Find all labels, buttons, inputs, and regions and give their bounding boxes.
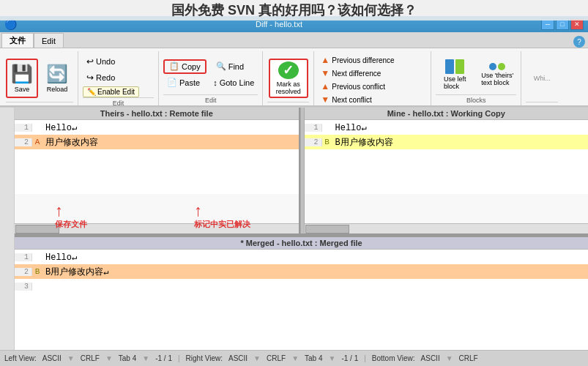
left-strip (0, 108, 15, 362)
next-diff-icon: ▼ (321, 68, 330, 78)
prev-diff-button[interactable]: ▲ Previous difference (319, 54, 396, 66)
right-scroll[interactable] (305, 223, 589, 234)
help-button[interactable]: ? (573, 36, 585, 48)
save-icon: 💾 (11, 64, 33, 84)
mark-resolved-button[interactable]: ✓ Mark asresolved (269, 59, 308, 98)
ribbon-group-copyfind: 📋 Copy 🔍 Find 📄 Paste ↕ Goto (159, 51, 263, 105)
ribbon-group-navigate: ▲ Previous difference ▼ Next difference … (314, 51, 431, 105)
white-button[interactable]: Whi... (526, 59, 558, 98)
file-group-label (6, 102, 73, 105)
left-panel-content[interactable]: 1 Hello↵ 2 A 用户修改内容 (15, 120, 299, 194)
find-label: Find (228, 62, 244, 71)
bottom-panel-content[interactable]: 1 Hello↵ 2 B B用户修改内容↵ 3 (15, 250, 588, 352)
right-scroll-thumb[interactable] (305, 225, 349, 234)
left-eol[interactable]: CRLF (81, 354, 100, 362)
maximize-button[interactable]: □ (556, 18, 569, 30)
white-label: Whi... (534, 75, 551, 82)
ribbon-group-file: 💾 Save 🔄 Reload (1, 51, 78, 105)
tab-file[interactable]: 文件 (1, 33, 34, 48)
use-left-button[interactable]: Use leftblock (436, 55, 474, 94)
paste-button[interactable]: 📄 Paste (163, 75, 204, 90)
bottom-panel-header: * Merged - hello.txt : Merged file (15, 237, 588, 250)
left-scroll-thumb[interactable] (15, 225, 59, 234)
right-eol[interactable]: CRLF (267, 354, 286, 362)
ribbon-group-white: Whi... (521, 51, 562, 105)
white-group-label (526, 102, 558, 105)
left-encoding[interactable]: ASCII (42, 354, 62, 362)
sep6: ▼ (291, 354, 299, 362)
enable-edit-icon: ✏️ (87, 88, 96, 96)
left-pos: -1 / 1 (155, 354, 172, 362)
right-encoding[interactable]: ASCII (228, 354, 248, 362)
ribbon-group-edit: ↩ Undo ↪ Redo ✏️ Enable Edit Edit (78, 51, 159, 105)
prev-conflict-icon: ▲ (321, 81, 330, 92)
right-line-1: 1 Hello↵ (305, 120, 589, 135)
tab-edit[interactable]: Edit (34, 33, 64, 48)
use-theirs-button[interactable]: Use 'theirs'text block (478, 55, 516, 94)
window-title: Diff - hello.txt (17, 20, 541, 29)
save-annotation-text: 保存文件 (55, 219, 87, 230)
goto-line-button[interactable]: ↕ Goto Line (209, 75, 258, 90)
ribbon-group-mark: ✓ Mark asresolved (263, 51, 314, 105)
right-pos: -1 / 1 (341, 354, 358, 362)
copyfind-group-label: Edit (163, 94, 258, 105)
sep3: ▼ (142, 354, 149, 362)
ribbon-content: 💾 Save 🔄 Reload ↩ Undo (0, 48, 588, 107)
next-conflict-icon: ▼ (321, 94, 330, 105)
title-bar-left: 🔵 (4, 18, 17, 30)
left-tab[interactable]: Tab 4 (119, 354, 136, 362)
copyfind-buttons: 📋 Copy 🔍 Find 📄 Paste ↕ Goto (163, 51, 258, 94)
close-button[interactable]: ✕ (570, 18, 584, 30)
left-view-label: Left View: (4, 354, 37, 362)
reload-icon: 🔄 (46, 64, 68, 84)
bottom-line-3: 3 (15, 279, 588, 294)
status-bar: Left View: ASCII ▼ CRLF ▼ Tab 4 ▼ -1 / 1… (0, 350, 588, 366)
sep9: ▼ (446, 354, 453, 362)
find-icon: 🔍 (216, 61, 226, 71)
sep7: ▼ (329, 354, 336, 362)
main-area: Theirs - hello.txt : Remote file 1 Hello… (0, 108, 588, 362)
ribbon-group-blocks: Use leftblock Use 'theirs'text block Blo… (431, 51, 521, 105)
reload-button[interactable]: 🔄 Reload (41, 59, 73, 98)
left-line-2: 2 A 用户修改内容 (15, 135, 299, 149)
find-button[interactable]: 🔍 Find (212, 59, 248, 74)
next-diff-label: Next difference (332, 70, 381, 78)
mark-resolved-label: Mark asresolved (276, 81, 301, 95)
right-line-2: 2 B B用户修改内容 (305, 135, 589, 149)
paste-label: Paste (179, 78, 200, 87)
file-buttons: 💾 Save 🔄 Reload (6, 51, 73, 102)
right-panel: Mine - hello.txt : Working Copy 1 Hello↵… (305, 108, 589, 234)
save-button[interactable]: 💾 Save (6, 59, 38, 98)
prev-conflict-button[interactable]: ▲ Previous conflict (319, 81, 387, 92)
use-theirs-icon (489, 63, 505, 70)
right-panel-content[interactable]: 1 Hello↵ 2 B B用户修改内容 (305, 120, 589, 194)
next-conflict-button[interactable]: ▼ Next conflict (319, 94, 373, 105)
use-theirs-label: Use 'theirs'text block (481, 72, 513, 86)
tab-bar: 文件 Edit ? (0, 32, 588, 48)
prev-conflict-label: Previous conflict (332, 83, 385, 91)
right-tab[interactable]: Tab 4 (305, 354, 322, 362)
blocks-buttons: Use leftblock Use 'theirs'text block (436, 51, 516, 94)
sep4: | (178, 354, 180, 362)
prev-diff-label: Previous difference (332, 56, 394, 64)
enable-edit-button[interactable]: ✏️ Enable Edit (83, 86, 139, 97)
next-diff-button[interactable]: ▼ Next difference (319, 67, 383, 79)
copy-icon: 📋 (169, 61, 179, 71)
undo-button[interactable]: ↩ Undo (83, 54, 119, 69)
use-left-label: Use leftblock (444, 75, 466, 90)
sep1: ▼ (67, 354, 75, 362)
bottom-line-1: 1 Hello↵ (15, 250, 588, 264)
blocks-icon (445, 59, 464, 74)
bottom-encoding[interactable]: ASCII (421, 354, 440, 362)
redo-button[interactable]: ↪ Redo (83, 70, 119, 85)
reload-label: Reload (47, 86, 68, 93)
mark-buttons: ✓ Mark asresolved (267, 51, 309, 102)
white-buttons: Whi... (526, 51, 558, 102)
copy-button[interactable]: 📋 Copy (163, 59, 206, 74)
copy-label: Copy (182, 62, 201, 71)
left-panel-header: Theirs - hello.txt : Remote file (15, 108, 299, 120)
enable-edit-label: Enable Edit (97, 88, 135, 96)
bottom-eol[interactable]: CRLF (459, 354, 478, 362)
minimize-button[interactable]: ─ (541, 18, 554, 30)
redo-icon: ↪ (86, 72, 94, 83)
